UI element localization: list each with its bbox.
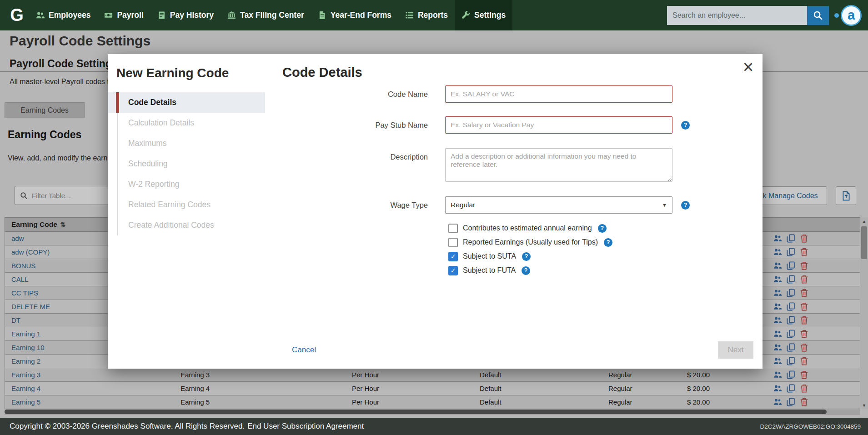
new-earning-code-modal: New Earning Code Code Details Calculatio… [108,54,763,369]
wage-type-label: Wage Type [273,201,428,210]
nav-item-tax-filing-center[interactable]: Tax Filing Center [221,0,311,30]
employees-icon [36,11,45,20]
pay-stub-row: Pay Stub Name ? [273,116,690,134]
modal-nav-item-calculation-details[interactable]: Calculation Details [108,113,265,133]
checkbox-row: Reported Earnings (Usually used for Tips… [448,237,612,248]
wage-type-row: Wage Type Regular ▼ ? [273,196,690,214]
pay-history-icon [157,11,166,20]
description-input[interactable] [445,148,672,182]
nav-item-label: Employees [49,10,90,20]
reports-icon [405,11,414,20]
modal-nav: Code Details Calculation Details Maximum… [108,92,273,235]
checkbox-row: ✓ Subject to FUTA ? [448,265,530,276]
modal-nav-item-scheduling[interactable]: Scheduling [108,154,265,174]
modal-main: Code Details × Code Name Pay Stub Name ?… [273,54,763,369]
code-name-input[interactable] [445,85,672,103]
nav-item-label: Payroll [117,10,143,20]
modal-nav-item-label: Maximums [128,139,167,148]
status-dot [834,13,839,18]
checkbox[interactable]: ✓ [448,266,458,275]
help-icon[interactable]: ? [681,121,690,130]
checkbox-label: Reported Earnings (Usually used for Tips… [463,238,598,246]
checkbox[interactable] [448,224,458,233]
subscription-agreement-link[interactable]: End User Subscription Agreement [247,422,364,431]
footer: Copyright © 2003-2026 Greenshades Softwa… [0,418,868,435]
checkbox[interactable] [448,238,458,247]
search-input[interactable] [667,6,807,25]
modal-title: New Earning Code [108,54,273,80]
top-nav: G Employees Payroll Pay History Tax Fili… [0,0,868,30]
modal-nav-item-label: Related Earning Codes [128,200,211,210]
nav-item-reports[interactable]: Reports [398,0,455,30]
code-name-label: Code Name [273,90,428,99]
help-icon[interactable]: ? [604,238,612,247]
nav-item-year-end-forms[interactable]: Year-End Forms [311,0,398,30]
pay-stub-name-label: Pay Stub Name [273,121,428,130]
nav-item-label: Reports [418,10,448,20]
help-icon[interactable]: ? [522,252,531,261]
year-end-forms-icon [318,11,326,20]
chevron-down-icon: ▼ [662,202,667,208]
modal-nav-item-code-details[interactable]: Code Details [108,92,265,113]
wage-type-value: Regular [451,201,475,209]
nav-item-label: Tax Filing Center [240,10,304,20]
modal-heading: Code Details [282,65,362,80]
checkbox-row: Contributes to estimated annual earning … [448,223,607,234]
settings-wrench-icon [462,11,470,20]
server-id: D2C2WAZRGOWEB02:GO:3004859 [760,423,861,430]
search-button[interactable] [807,6,829,25]
modal-nav-item-label: Code Details [128,98,176,107]
employee-search [667,6,829,25]
checkbox-row: ✓ Subject to SUTA ? [448,251,531,262]
checkbox-label: Contributes to estimated annual earning [463,224,592,232]
modal-nav-item-w-2-reporting[interactable]: W-2 Reporting [108,174,265,195]
nav-item-settings[interactable]: Settings [455,0,512,30]
help-icon[interactable]: ? [598,224,607,233]
payroll-icon [104,11,113,20]
nav-item-label: Settings [474,10,506,20]
next-button[interactable]: Next [718,341,753,359]
nav-item-pay-history[interactable]: Pay History [151,0,221,30]
modal-nav-item-create-additional-codes[interactable]: Create Additional Codes [108,215,265,235]
pay-stub-name-input[interactable] [445,116,672,134]
checkbox-label: Subject to FUTA [463,266,516,275]
description-label: Description [273,153,428,161]
close-icon[interactable]: × [743,58,753,76]
help-icon[interactable]: ? [522,266,530,275]
modal-nav-item-label: Create Additional Codes [128,220,214,230]
code-name-row: Code Name [273,85,672,103]
nav-item-employees[interactable]: Employees [29,0,97,30]
modal-nav-item-label: Scheduling [128,159,168,169]
nav-items: Employees Payroll Pay History Tax Filing… [29,0,512,30]
modal-nav-item-related-earning-codes[interactable]: Related Earning Codes [108,195,265,215]
tax-filing-icon [227,11,236,20]
wage-type-select[interactable]: Regular ▼ [445,196,672,214]
nav-item-payroll[interactable]: Payroll [97,0,150,30]
modal-nav-item-label: Calculation Details [128,118,194,128]
modal-sidebar: New Earning Code Code Details Calculatio… [108,54,273,369]
account-logo[interactable]: a [841,5,862,26]
greenshades-logo[interactable]: G [5,5,29,25]
search-icon [813,10,823,20]
copyright-text: Copyright © 2003-2026 Greenshades Softwa… [10,422,245,431]
modal-nav-item-maximums[interactable]: Maximums [108,133,265,154]
modal-nav-item-label: W-2 Reporting [128,180,180,189]
nav-item-label: Year-End Forms [331,10,391,20]
description-row: Description [273,148,672,182]
help-icon[interactable]: ? [681,201,690,210]
nav-item-label: Pay History [170,10,214,20]
checkbox-label: Subject to SUTA [463,252,516,260]
cancel-button[interactable]: Cancel [292,345,316,355]
checkbox[interactable]: ✓ [448,252,458,261]
